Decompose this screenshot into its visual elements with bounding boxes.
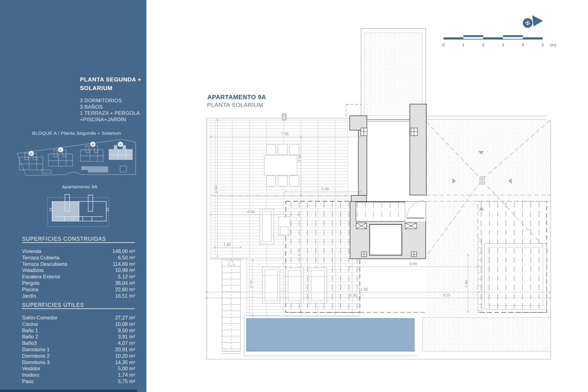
surface-label: Baño 1	[22, 327, 38, 334]
scale-bar: 0 1 2 3 4 5 (m)	[442, 35, 556, 47]
block-c-footprint	[48, 150, 73, 166]
surface-label: Terraza Descubierta	[22, 261, 67, 267]
info-sidebar: PLANTA SEGUNDA + SOLARIUM 3 DORMITORIOS3…	[0, 0, 146, 392]
svg-text:B: B	[92, 143, 94, 146]
block-a-footprint-highlighted	[109, 145, 133, 160]
surface-row: Terraza Descubierta 114,69 m²	[22, 261, 135, 267]
surface-row: Jardín 16,51 m²	[22, 293, 135, 299]
surface-label: Escalera Exterior	[22, 273, 61, 280]
surface-row: Cocina 10,08 m²	[22, 321, 135, 327]
program-item: 3 DORMITORIOS	[80, 97, 140, 104]
surface-row: Inodoro 1,74 m²	[22, 372, 135, 378]
surface-label: Pérgola	[22, 280, 40, 286]
surface-value: 14,35 m²	[115, 359, 135, 366]
svg-text:11.85: 11.85	[359, 287, 368, 292]
core-walls	[350, 104, 426, 259]
surface-row: Dormitorio 3 14,35 m²	[22, 359, 135, 366]
program-item: 3 BAÑOS	[80, 104, 140, 110]
surface-label: Jardín	[22, 293, 36, 299]
svg-text:5.70: 5.70	[298, 249, 302, 256]
surface-label: Voladizos	[22, 267, 44, 273]
accent-strip	[0, 390, 137, 392]
construidas-table: Vivienda 148,00 m² Terraza Cubierta 6,50…	[22, 248, 135, 299]
svg-text:3: 3	[502, 43, 504, 47]
surface-value: 1,74 m²	[118, 372, 135, 378]
north-arrow-icon: N	[522, 15, 543, 28]
door-opening	[405, 202, 426, 221]
surface-row: Baño3 4,07 m²	[22, 340, 135, 346]
surface-value: 5,00 m²	[118, 365, 135, 372]
svg-text:0: 0	[442, 43, 445, 47]
surface-row: Piscina 22,60 m²	[22, 286, 135, 293]
svg-text:7.55: 7.55	[281, 132, 288, 136]
svg-text:1: 1	[462, 43, 465, 47]
surface-label: Dormitorio 3	[22, 359, 50, 366]
surface-value: 10,20 m²	[115, 353, 135, 359]
floor-title: PLANTA SEGUNDA + SOLARIUM	[80, 75, 141, 92]
surface-label: Dormitorio 2	[22, 353, 50, 359]
surface-value: 6,50 m²	[118, 254, 135, 261]
surface-value: 9,50 m²	[118, 327, 135, 334]
surface-value: 22,60 m²	[115, 286, 135, 293]
block-label: BLOQUE A / Planta Segunda + Solarium	[18, 130, 135, 136]
svg-text:A: A	[119, 143, 122, 146]
surface-label: Salón-Comedor	[22, 315, 58, 321]
surface-row: Pérgola 38,04 m²	[22, 280, 135, 286]
surface-label: Dormitorio 1	[22, 346, 50, 353]
surface-value: 38,04 m²	[115, 280, 135, 286]
svg-text:6.60: 6.60	[410, 262, 417, 266]
site-pool-shape	[81, 166, 108, 172]
surface-label: Vestidor	[22, 365, 40, 372]
program-item: +PISCINA+JARDÍN	[80, 116, 140, 123]
svg-text:1.80: 1.80	[224, 243, 231, 247]
svg-text:6.90: 6.90	[214, 186, 218, 193]
floor-plan-drawing: 7.55 3.80 6.90 3.45 4.05 1.80 5.70 2.70 …	[146, 0, 588, 392]
exterior-stair	[222, 259, 240, 354]
surface-row: Baño 2 3,91 m²	[22, 334, 135, 340]
unit-diagram	[46, 193, 110, 229]
surface-row: Vestidor 5,00 m²	[22, 365, 135, 372]
rule	[22, 308, 135, 309]
pool-area	[244, 314, 551, 356]
surface-row: Baño 1 9,50 m²	[22, 327, 135, 334]
surface-value: 114,69 m²	[113, 261, 135, 267]
surface-label: Paso	[22, 378, 34, 385]
surface-value: 3,91 m²	[118, 334, 135, 340]
rule	[22, 242, 135, 243]
program-item: 1 TERRAZA + PÉRGOLA	[80, 110, 140, 116]
svg-text:6.30: 6.30	[349, 293, 357, 297]
svg-text:4: 4	[522, 43, 524, 47]
skylight-shaft	[370, 224, 402, 255]
swimming-pool	[247, 318, 414, 351]
svg-text:D: D	[30, 152, 32, 155]
surface-label: Baño3	[22, 340, 37, 346]
surface-row: Dormitorio 2 10,20 m²	[22, 353, 135, 359]
surface-value: 5,12 m²	[118, 273, 135, 280]
surface-value: 10,99 m²	[115, 267, 135, 273]
svg-text:4.05: 4.05	[247, 210, 254, 214]
program-list: 3 DORMITORIOS3 BAÑOS1 TERRAZA + PÉRGOLA+…	[80, 97, 140, 123]
svg-text:3.45: 3.45	[322, 187, 329, 191]
block-b-footprint	[81, 146, 103, 161]
surface-label: Baño 2	[22, 334, 38, 340]
surface-value: 20,91 m²	[115, 346, 135, 353]
surface-label: Terraza Cubierta	[22, 254, 59, 261]
surface-value: 4,07 m²	[118, 340, 135, 346]
svg-text:2.60: 2.60	[465, 280, 469, 288]
svg-text:3.15: 3.15	[443, 293, 450, 297]
construidas-heading: SUPERFICIES CONSTRUIDAS	[22, 236, 106, 242]
surface-row: Voladizos 10,99 m²	[22, 267, 135, 273]
svg-text:3.80: 3.80	[298, 154, 302, 162]
surface-value: 16,51 m²	[115, 293, 135, 299]
surface-row: Paso 5,75 m²	[22, 378, 135, 385]
svg-text:C: C	[60, 148, 62, 152]
surface-row: Vivienda 148,00 m²	[22, 248, 135, 254]
garden-bed	[423, 318, 551, 351]
surface-value: 5,75 m²	[118, 378, 135, 385]
utiles-heading: SUPERFICIES ÚTILES	[22, 302, 84, 308]
surface-value: 10,08 m²	[115, 321, 135, 327]
surface-row: Terraza Cubierta 6,50 m²	[22, 254, 135, 261]
surface-label: Vivienda	[22, 248, 41, 254]
svg-text:(m): (m)	[550, 43, 556, 47]
utiles-table: Salón-Comedor 27,27 m² Cocina 10,08 m² B…	[22, 315, 135, 385]
